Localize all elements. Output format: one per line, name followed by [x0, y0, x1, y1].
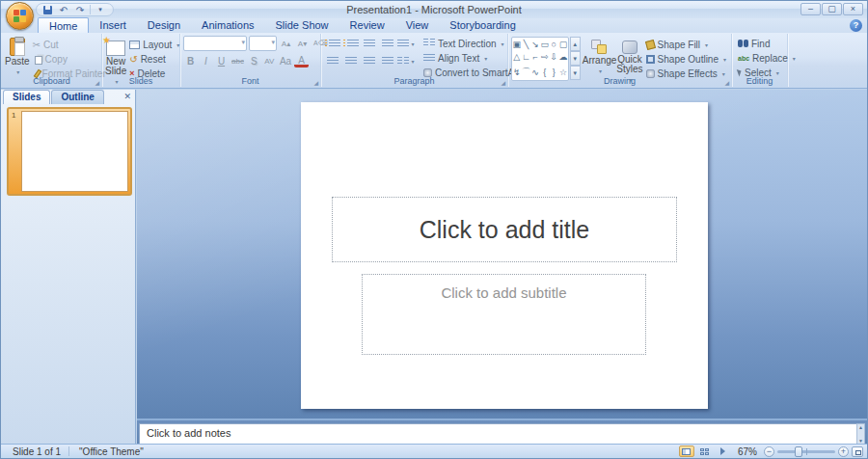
font-name-combo[interactable]: [183, 36, 247, 51]
zoom-out-button[interactable]: −: [764, 446, 774, 457]
align-left-button[interactable]: [324, 54, 341, 68]
shape-icon[interactable]: ╲: [522, 38, 531, 51]
slide-thumbnail-selected[interactable]: 1: [7, 107, 132, 196]
window-title: Presentation1 - Microsoft PowerPoint: [1, 4, 867, 15]
zoom-in-button[interactable]: +: [838, 446, 849, 457]
numbering-button[interactable]: [342, 37, 360, 51]
tab-slide-show[interactable]: Slide Show: [265, 18, 339, 33]
decrease-indent-button[interactable]: [361, 37, 378, 51]
shape-outline-button[interactable]: Shape Outline: [643, 52, 729, 66]
office-button[interactable]: [6, 2, 34, 30]
slide[interactable]: Click to add title Click to add subtitle: [301, 102, 708, 409]
shape-outline-icon: [646, 55, 655, 64]
zoom-slider-tick: [806, 448, 807, 455]
tab-outline[interactable]: Outline: [51, 90, 103, 104]
arrange-icon: [591, 40, 609, 55]
tab-storyboarding[interactable]: Storyboarding: [439, 18, 527, 33]
justify-icon: [382, 57, 393, 66]
zoom-slider-thumb[interactable]: [795, 446, 802, 457]
slide-show-button[interactable]: [716, 446, 731, 457]
cut-button[interactable]: ✂ Cut: [30, 38, 109, 51]
tab-home[interactable]: Home: [38, 17, 89, 33]
shape-icon[interactable]: ▣: [512, 38, 522, 51]
zoom-slider[interactable]: [777, 450, 835, 453]
shape-icon[interactable]: △: [512, 51, 522, 65]
close-button[interactable]: ×: [843, 3, 863, 15]
tab-review[interactable]: Review: [339, 18, 395, 33]
font-color-button[interactable]: A: [294, 55, 309, 68]
underline-button[interactable]: U: [214, 54, 229, 68]
shape-icon[interactable]: ⇨: [540, 51, 550, 65]
bullets-button[interactable]: [324, 37, 341, 51]
fit-slide-to-window-button[interactable]: [852, 446, 863, 457]
clipboard-dialog-launcher[interactable]: ◢: [95, 79, 99, 86]
restore-button[interactable]: ▢: [822, 3, 842, 15]
shapes-scroll-down[interactable]: ▼: [570, 51, 581, 66]
shape-fill-button[interactable]: Shape Fill: [643, 38, 729, 51]
help-icon[interactable]: ?: [850, 19, 862, 32]
theme-indicator[interactable]: "Office Theme": [69, 446, 153, 457]
notes-scroll-up-icon[interactable]: ▲: [857, 424, 864, 430]
tab-slides[interactable]: Slides: [3, 90, 50, 104]
align-text-icon: [423, 54, 435, 63]
zoom-level[interactable]: 67%: [734, 446, 761, 457]
find-button[interactable]: Find: [735, 37, 799, 50]
slide-indicator[interactable]: Slide 1 of 1: [5, 446, 68, 457]
shape-icon[interactable]: ∟: [522, 51, 531, 65]
grow-font-button[interactable]: A▴: [279, 37, 293, 51]
notes-input[interactable]: Click to add notes ▲ ▼: [139, 423, 857, 445]
shape-icon[interactable]: ⌐: [530, 51, 540, 65]
line-spacing-button[interactable]: [397, 37, 415, 51]
font-dialog-launcher[interactable]: ◢: [313, 79, 318, 86]
numbering-icon: [347, 40, 359, 48]
text-direction-icon: [423, 39, 435, 48]
increase-indent-button[interactable]: [379, 37, 396, 51]
shape-icon[interactable]: ↘: [530, 38, 540, 51]
strikethrough-button[interactable]: abc: [230, 54, 246, 68]
shape-icon[interactable]: ⇩: [550, 51, 559, 65]
drawing-dialog-launcher[interactable]: ◢: [724, 79, 729, 86]
group-label-editing: Editing: [732, 76, 787, 86]
shape-icon[interactable]: ▭: [540, 38, 550, 51]
shapes-scroll-up[interactable]: ▲: [570, 37, 581, 51]
pane-close-icon[interactable]: ✕: [123, 92, 131, 101]
layout-button[interactable]: Layout: [126, 38, 182, 51]
shape-icon[interactable]: ▢: [558, 38, 568, 51]
text-shadow-button[interactable]: S: [247, 54, 261, 68]
subtitle-placeholder[interactable]: Click to add subtitle: [362, 274, 646, 355]
minimize-button[interactable]: –: [800, 3, 821, 15]
tab-animations[interactable]: Animations: [191, 18, 264, 33]
slide-thumbnail-preview[interactable]: [21, 111, 128, 192]
shape-icon[interactable]: ○: [550, 38, 559, 51]
italic-button[interactable]: I: [199, 54, 213, 68]
shape-icon[interactable]: ☁: [558, 51, 568, 65]
notes-scrollbar[interactable]: ▲ ▼: [856, 423, 865, 445]
tab-view[interactable]: View: [395, 18, 440, 33]
replace-button[interactable]: abc Replace: [735, 51, 799, 65]
paragraph-dialog-launcher[interactable]: ◢: [501, 79, 505, 86]
character-spacing-button[interactable]: AV: [262, 54, 277, 68]
shrink-font-button[interactable]: A▾: [295, 37, 310, 51]
tab-insert[interactable]: Insert: [89, 18, 137, 33]
normal-view-button[interactable]: [679, 446, 694, 457]
copy-button[interactable]: Copy: [30, 52, 109, 66]
sparkle-icon: ★: [102, 36, 111, 45]
align-center-button[interactable]: [342, 54, 360, 68]
align-right-button[interactable]: [361, 54, 378, 68]
change-case-button[interactable]: Aa: [278, 54, 293, 68]
tab-design[interactable]: Design: [137, 18, 191, 33]
slide-sorter-button[interactable]: [697, 446, 713, 457]
paste-button[interactable]: Paste: [5, 36, 30, 77]
arrange-button[interactable]: Arrange: [583, 36, 617, 76]
align-left-icon: [327, 57, 339, 66]
powerpoint-window: ↶ ↷ ▾ Presentation1 - Microsoft PowerPoi…: [0, 0, 868, 459]
group-editing: Find abc Replace Select Editing: [732, 34, 788, 87]
reset-button[interactable]: ↺ Reset: [126, 52, 182, 66]
ribbon-tabs: Home Insert Design Animations Slide Show…: [38, 18, 527, 33]
title-placeholder[interactable]: Click to add title: [332, 197, 677, 262]
font-size-combo[interactable]: [249, 36, 277, 51]
shapes-scrollbar: ▲ ▼ ▼: [570, 37, 581, 80]
columns-button[interactable]: [397, 54, 415, 68]
justify-button[interactable]: [379, 54, 396, 68]
bold-button[interactable]: B: [183, 54, 198, 68]
